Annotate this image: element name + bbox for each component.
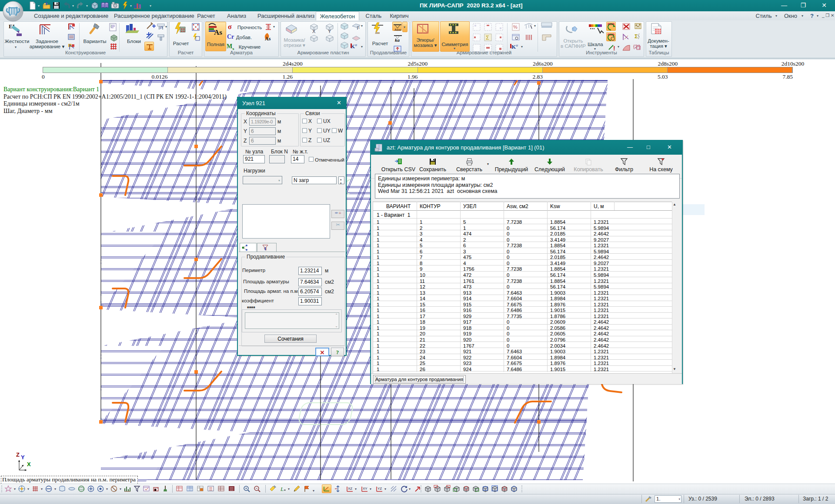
svg-text:As: As: [265, 36, 271, 42]
svg-text:Z: Z: [16, 451, 20, 458]
svg-text:Σ: Σ: [635, 33, 638, 40]
svg-text:%: %: [513, 24, 518, 30]
svg-text:X: X: [27, 461, 31, 468]
svg-text:t: t: [358, 25, 360, 30]
svg-text:YZ: YZ: [377, 487, 382, 491]
svg-text:Σ: Σ: [486, 34, 489, 41]
svg-text:Asw: Asw: [394, 28, 401, 32]
svg-text:P: P: [160, 26, 163, 30]
svg-text:L: L: [280, 486, 284, 492]
svg-text:ka: ka: [395, 37, 400, 43]
svg-text:As: As: [214, 28, 222, 36]
svg-text:Y: Y: [21, 454, 25, 461]
svg-text:XY: XY: [363, 487, 367, 491]
svg-text:XZ: XZ: [348, 487, 352, 491]
svg-text:!: !: [613, 45, 615, 52]
